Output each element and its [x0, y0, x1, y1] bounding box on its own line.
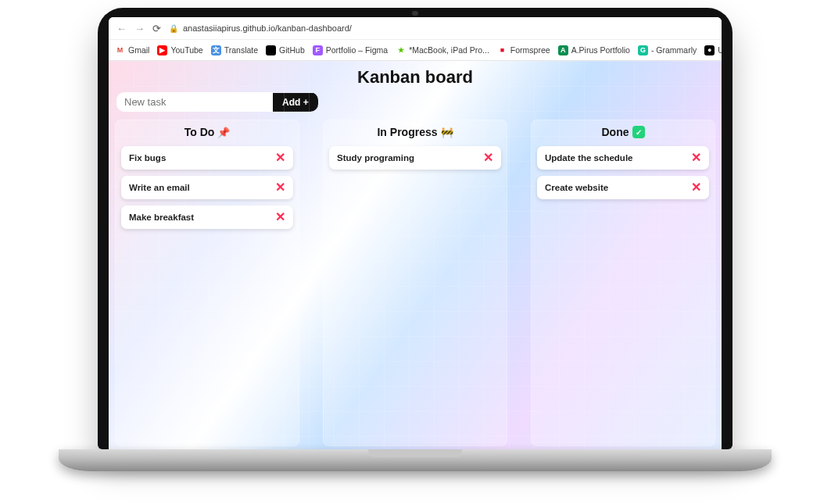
task-card[interactable]: Study programing✕ — [329, 146, 501, 170]
task-card[interactable]: Create website✕ — [537, 176, 709, 199]
task-card[interactable]: Write an email✕ — [121, 176, 293, 199]
delete-task-button[interactable]: ✕ — [691, 181, 701, 194]
bookmark-icon: ★ — [396, 45, 406, 55]
column-title: To Do📌 — [121, 126, 293, 138]
bookmark-item[interactable]: 文Translate — [211, 45, 258, 55]
bookmark-item[interactable]: ▶YouTube — [157, 45, 202, 55]
column-emoji-icon: 📌 — [217, 127, 230, 138]
column-title: Done — [537, 126, 709, 138]
task-card-text: Make breakfast — [129, 213, 194, 222]
bookmark-item[interactable]: ■Formspree — [497, 45, 550, 55]
bookmark-label: *MacBook, iPad Pro... — [409, 45, 489, 55]
page-title: Kanban board — [115, 67, 715, 88]
bookmark-icon — [266, 45, 276, 55]
kanban-column[interactable]: DoneUpdate the schedule✕Create website✕ — [531, 120, 715, 446]
bookmark-label: YouTube — [170, 45, 202, 55]
laptop-base — [59, 449, 772, 471]
laptop-frame: ← → ⟳ 🔒 anastasiiapirus.github.io/kanban… — [98, 8, 732, 449]
task-card[interactable]: Update the schedule✕ — [537, 146, 709, 170]
task-card-text: Create website — [545, 183, 608, 192]
kanban-column[interactable]: To Do📌Fix bugs✕Write an email✕Make break… — [115, 120, 299, 446]
task-card-text: Write an email — [129, 183, 190, 192]
task-card-text: Update the schedule — [545, 153, 632, 163]
browser-bar: ← → ⟳ 🔒 anastasiiapirus.github.io/kanban… — [109, 17, 722, 40]
delete-task-button[interactable]: ✕ — [275, 152, 285, 164]
bookmarks-bar: MGmail▶YouTube文TranslateGitHubFPortfolio… — [109, 40, 722, 61]
bookmark-label: Updating the U — [718, 45, 722, 55]
delete-task-button[interactable]: ✕ — [275, 211, 285, 223]
bookmark-label: Gmail — [128, 45, 149, 55]
bookmark-icon: ▶ — [157, 45, 167, 55]
bookmark-label: GitHub — [279, 45, 305, 55]
bookmark-icon: 文 — [211, 45, 221, 55]
column-title-text: Done — [602, 126, 629, 138]
bookmark-item[interactable]: ●Updating the U — [704, 45, 722, 55]
new-task-form: Add + — [116, 92, 318, 112]
bookmark-label: Formspree — [510, 45, 550, 55]
bookmark-icon: M — [115, 45, 125, 55]
back-button[interactable]: ← — [116, 23, 127, 34]
column-title-text: In Progress — [377, 126, 437, 138]
bookmark-item[interactable]: ★*MacBook, iPad Pro... — [396, 45, 489, 55]
kanban-column[interactable]: In Progress🚧Study programing✕ — [323, 120, 507, 446]
kanban-columns: To Do📌Fix bugs✕Write an email✕Make break… — [115, 120, 715, 446]
laptop-screen: ← → ⟳ 🔒 anastasiiapirus.github.io/kanban… — [109, 17, 722, 449]
bookmark-icon: ■ — [497, 45, 507, 55]
bookmark-icon: A — [558, 45, 568, 55]
bookmark-icon: G — [638, 45, 648, 55]
bookmark-item[interactable]: AA.Pirus Portfolio — [558, 45, 630, 55]
bookmark-item[interactable]: MGmail — [115, 45, 149, 55]
forward-button[interactable]: → — [134, 23, 145, 34]
reload-button[interactable]: ⟳ — [152, 23, 161, 34]
check-icon — [632, 126, 645, 138]
bookmark-item[interactable]: GitHub — [266, 45, 305, 55]
lock-icon: 🔒 — [169, 24, 178, 33]
column-title-text: To Do — [184, 126, 215, 138]
new-task-input[interactable] — [116, 92, 273, 112]
delete-task-button[interactable]: ✕ — [691, 152, 701, 164]
bookmark-label: Portfolio – Figma — [326, 45, 388, 55]
task-card[interactable]: Make breakfast✕ — [121, 206, 293, 229]
column-emoji-icon: 🚧 — [441, 127, 453, 138]
task-card-text: Fix bugs — [129, 153, 166, 163]
bookmark-label: Translate — [224, 45, 258, 55]
address-bar[interactable]: 🔒 anastasiiapirus.github.io/kanban-dashb… — [169, 23, 352, 33]
task-card[interactable]: Fix bugs✕ — [121, 146, 293, 170]
laptop-camera-notch — [412, 11, 418, 16]
bookmark-label: - Grammarly — [651, 45, 697, 55]
task-card-text: Study programing — [337, 153, 414, 163]
bookmark-label: A.Pirus Portfolio — [571, 45, 630, 55]
column-title: In Progress🚧 — [329, 126, 501, 138]
bookmark-item[interactable]: FPortfolio – Figma — [313, 45, 388, 55]
bookmark-item[interactable]: G- Grammarly — [638, 45, 697, 55]
kanban-app: Kanban board Add + To Do📌Fix bugs✕Write … — [109, 61, 722, 449]
delete-task-button[interactable]: ✕ — [483, 152, 493, 164]
bookmark-icon: ● — [704, 45, 715, 55]
url-text: anastasiiapirus.github.io/kanban-dashboa… — [183, 23, 352, 33]
bookmark-icon: F — [313, 45, 323, 55]
delete-task-button[interactable]: ✕ — [275, 181, 285, 194]
add-task-button[interactable]: Add + — [273, 93, 318, 112]
